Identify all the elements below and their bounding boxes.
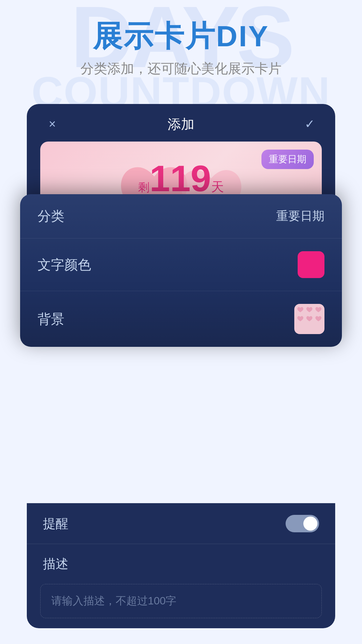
text-color-swatch[interactable] <box>298 251 324 278</box>
desc-placeholder-text: 请输入描述，不超过100字 <box>51 594 311 608</box>
category-value: 重要日期 <box>276 208 324 224</box>
modal-title: 添加 <box>168 115 194 133</box>
add-modal: × 添加 ✓ 重要日期 剩119天 我的22岁生日 2021/10/18(星期一… <box>27 104 335 347</box>
text-color-label: 文字颜色 <box>38 256 91 274</box>
background-label: 背景 <box>38 310 64 328</box>
close-button[interactable]: × <box>43 115 62 133</box>
overlay-panel: 分类 重要日期 文字颜色 背景 <box>20 194 342 347</box>
toggle-knob <box>303 517 317 531</box>
days-unit: 天 <box>211 180 224 194</box>
describe-row: 描述 <box>27 544 335 584</box>
text-color-row[interactable]: 文字颜色 <box>20 238 342 291</box>
preview-badge: 重要日期 <box>261 150 314 169</box>
confirm-button[interactable]: ✓ <box>300 115 319 133</box>
lower-form: 提醒 描述 请输入描述，不超过100字 <box>27 503 335 628</box>
background-row[interactable]: 背景 <box>20 291 342 347</box>
category-row[interactable]: 分类 重要日期 <box>20 194 342 238</box>
modal-header: × 添加 ✓ <box>27 104 335 142</box>
background-thumb[interactable] <box>294 304 324 334</box>
description-input[interactable]: 请输入描述，不超过100字 <box>40 584 322 618</box>
days-number: 119 <box>149 158 211 199</box>
describe-label: 描述 <box>43 555 68 573</box>
remind-row[interactable]: 提醒 <box>27 503 335 544</box>
remaining-prefix: 剩 <box>138 181 149 194</box>
header-section: 展示卡片DIY 分类添加，还可随心美化展示卡片 <box>0 0 362 78</box>
page-subtitle: 分类添加，还可随心美化展示卡片 <box>0 59 362 78</box>
category-label: 分类 <box>38 207 64 225</box>
page-title: 展示卡片DIY <box>0 20 362 53</box>
remind-label: 提醒 <box>43 515 68 532</box>
remind-toggle[interactable] <box>286 515 319 532</box>
